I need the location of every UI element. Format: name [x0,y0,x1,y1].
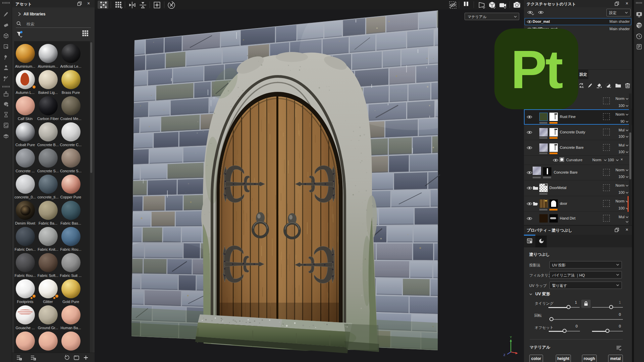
svg-text:Y: Y [510,336,512,339]
svg-text:Z: Z [503,353,505,357]
